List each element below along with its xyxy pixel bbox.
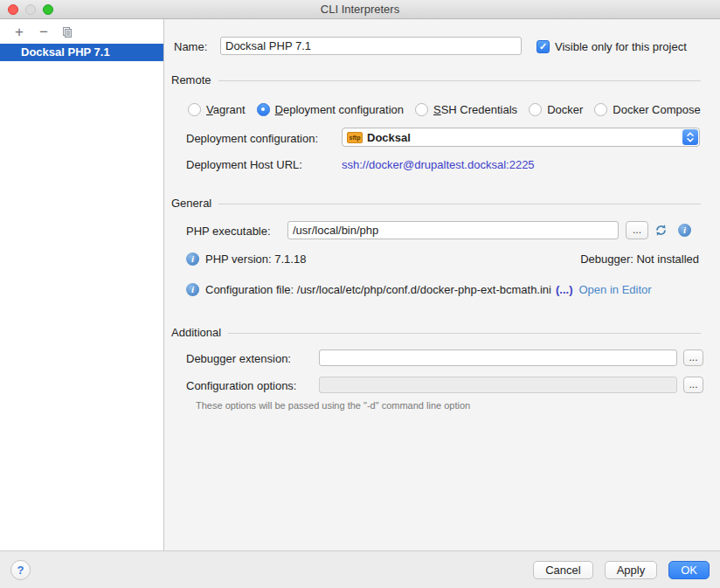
sidebar-item-docksal-php[interactable]: Docksal PHP 7.1 (0, 44, 163, 61)
configuration-options-label: Configuration options: (186, 379, 296, 392)
php-executable-label: PHP executable: (186, 225, 271, 238)
radio-label: Docker Compose (613, 103, 700, 116)
deployment-configuration-select[interactable]: sftp Docksal (342, 128, 700, 147)
visible-only-checkbox[interactable]: ✓ (537, 40, 550, 53)
configuration-options-browse-button[interactable]: ... (683, 377, 703, 393)
chevron-up-down-icon (682, 129, 698, 145)
php-executable-browse-button[interactable]: ... (626, 221, 648, 239)
reload-icon[interactable] (654, 223, 668, 238)
interpreters-sidebar: + − Docksal PHP 7.1 (0, 19, 164, 550)
window-title: CLI Interpreters (321, 3, 399, 16)
apply-button[interactable]: Apply (605, 561, 658, 579)
zoom-window-button[interactable] (43, 4, 53, 15)
radio-docker-compose[interactable]: Docker Compose (594, 103, 700, 116)
additional-section-label: Additional (171, 326, 221, 339)
radio-label: Docker (547, 103, 583, 116)
configuration-file-ellipsis-link[interactable]: (...) (556, 283, 573, 296)
info-icon: i (186, 252, 199, 266)
configuration-options-input[interactable] (319, 377, 677, 393)
info-icon[interactable]: i (678, 224, 691, 237)
radio-label: SSH Credentials (433, 103, 517, 116)
name-label: Name: (174, 40, 207, 53)
radio-docker[interactable]: Docker (529, 103, 583, 116)
radio-button (415, 103, 428, 116)
add-interpreter-button[interactable]: + (12, 26, 26, 38)
copy-interpreter-icon[interactable] (61, 26, 75, 38)
close-window-button[interactable] (8, 4, 18, 15)
cancel-button[interactable]: Cancel (533, 561, 592, 579)
cli-interpreters-dialog: CLI Interpreters + − Docksal PHP 7.1 (0, 0, 720, 588)
minimize-window-button (25, 4, 36, 15)
help-button[interactable]: ? (10, 560, 31, 580)
debugger-status-text: Debugger: Not installed (580, 252, 699, 266)
radio-button (594, 103, 607, 116)
open-in-editor-link[interactable]: Open in Editor (578, 283, 651, 296)
radio-label: Vagrant (206, 103, 246, 116)
ok-button[interactable]: OK (668, 561, 710, 579)
radio-button (529, 103, 542, 116)
configuration-file-text: Configuration file: /usr/local/etc/php/c… (205, 283, 551, 296)
php-executable-input[interactable] (287, 221, 619, 239)
deployment-host-url-link[interactable]: ssh://docker@drupaltest.docksal:2225 (342, 158, 535, 171)
visible-only-checkbox-label: Visible only for this project (555, 40, 687, 53)
radio-ssh-credentials[interactable]: SSH Credentials (415, 103, 517, 116)
deployment-configuration-label: Deployment configuration: (186, 132, 318, 145)
sftp-badge-icon: sftp (347, 132, 363, 143)
debugger-extension-label: Debugger extension: (186, 352, 291, 365)
titlebar: CLI Interpreters (0, 0, 720, 19)
radio-vagrant[interactable]: Vagrant (188, 103, 246, 116)
dialog-footer: ? Cancel Apply OK (0, 550, 720, 588)
radio-button (188, 103, 201, 116)
radio-deployment-configuration[interactable]: Deployment configuration (257, 103, 404, 116)
interpreter-settings-panel: Name: ✓ Visible only for this project Re… (164, 19, 720, 550)
debugger-extension-input[interactable] (319, 349, 677, 366)
section-divider (218, 204, 701, 204)
deployment-configuration-value: Docksal (367, 131, 411, 144)
remove-interpreter-button[interactable]: − (37, 26, 51, 38)
radio-button (257, 103, 270, 116)
radio-label: Deployment configuration (275, 103, 404, 116)
section-divider (218, 80, 701, 81)
info-icon: i (186, 283, 199, 296)
deployment-host-url-label: Deployment Host URL: (186, 158, 302, 171)
sidebar-toolbar: + − (0, 19, 163, 44)
options-note-text: These options will be passed using the "… (196, 400, 470, 411)
general-section-label: General (171, 197, 211, 210)
remote-section-label: Remote (171, 73, 211, 86)
name-input[interactable] (220, 37, 522, 55)
window-controls (8, 4, 53, 15)
debugger-extension-browse-button[interactable]: ... (683, 349, 703, 366)
section-divider (228, 333, 701, 334)
php-version-text: PHP version: 7.1.18 (205, 252, 306, 266)
